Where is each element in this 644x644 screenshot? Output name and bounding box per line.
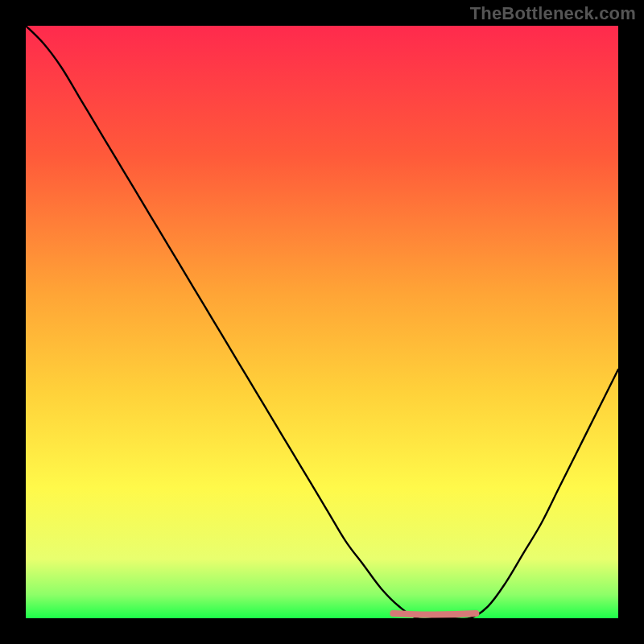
chart-container: TheBottleneck.com [0, 0, 644, 644]
gradient-rect [26, 26, 618, 618]
chart-background [26, 26, 618, 618]
watermark-text: TheBottleneck.com [470, 3, 636, 24]
